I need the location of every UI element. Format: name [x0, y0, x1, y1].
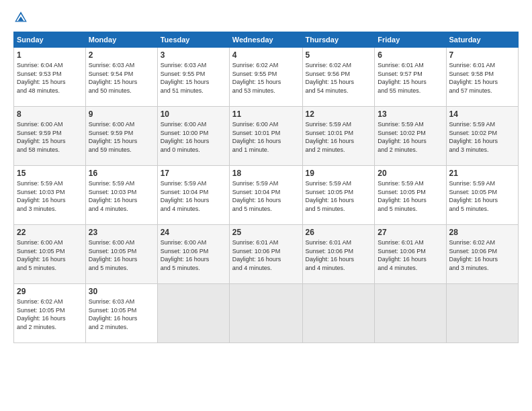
day-info: Sunrise: 5:59 AM Sunset: 10:05 PM Daylig…: [449, 179, 515, 213]
day-info: Sunrise: 5:59 AM Sunset: 10:03 PM Daylig…: [17, 179, 83, 213]
day-number: 26: [306, 228, 372, 237]
day-number: 7: [449, 50, 515, 60]
day-number: 2: [89, 50, 154, 60]
day-info: Sunrise: 5:59 AM Sunset: 10:01 PM Daylig…: [306, 120, 372, 154]
day-info: Sunrise: 6:02 AM Sunset: 10:05 PM Daylig…: [17, 298, 83, 331]
calendar-cell: 6Sunrise: 6:01 AM Sunset: 9:57 PM Daylig…: [375, 48, 446, 107]
weekday-header: Saturday: [446, 32, 518, 48]
calendar-cell: 5Sunrise: 6:02 AM Sunset: 9:56 PM Daylig…: [302, 48, 375, 107]
day-number: 10: [161, 109, 226, 119]
calendar-cell: 1Sunrise: 6:04 AM Sunset: 9:53 PM Daylig…: [14, 48, 86, 107]
calendar-cell: 3Sunrise: 6:03 AM Sunset: 9:55 PM Daylig…: [157, 48, 229, 107]
day-info: Sunrise: 6:01 AM Sunset: 9:57 PM Dayligh…: [378, 61, 443, 95]
day-number: 1: [17, 50, 83, 60]
day-info: Sunrise: 6:00 AM Sunset: 9:59 PM Dayligh…: [17, 120, 83, 154]
calendar-cell: 21Sunrise: 5:59 AM Sunset: 10:05 PM Dayl…: [446, 166, 518, 225]
day-number: 12: [306, 109, 372, 119]
day-number: 22: [17, 228, 83, 237]
calendar-cell: 18Sunrise: 5:59 AM Sunset: 10:04 PM Dayl…: [229, 166, 302, 225]
day-info: Sunrise: 6:02 AM Sunset: 10:06 PM Daylig…: [449, 238, 515, 272]
day-info: Sunrise: 6:01 AM Sunset: 9:58 PM Dayligh…: [449, 61, 515, 95]
calendar-cell: 11Sunrise: 6:00 AM Sunset: 10:01 PM Dayl…: [229, 107, 302, 166]
day-info: Sunrise: 5:59 AM Sunset: 10:05 PM Daylig…: [378, 179, 443, 213]
weekday-header: Thursday: [302, 32, 375, 48]
weekday-header: Friday: [375, 32, 446, 48]
calendar-cell: 16Sunrise: 5:59 AM Sunset: 10:03 PM Dayl…: [85, 166, 157, 225]
day-number: 28: [449, 228, 515, 237]
calendar-cell: 7Sunrise: 6:01 AM Sunset: 9:58 PM Daylig…: [446, 48, 518, 107]
logo: [13, 10, 30, 25]
calendar-cell: [302, 284, 375, 343]
calendar-cell: 26Sunrise: 6:01 AM Sunset: 10:06 PM Dayl…: [302, 225, 375, 284]
day-number: 15: [17, 169, 83, 178]
day-info: Sunrise: 5:59 AM Sunset: 10:02 PM Daylig…: [378, 120, 443, 154]
day-number: 19: [306, 169, 372, 178]
day-number: 17: [161, 169, 226, 178]
day-info: Sunrise: 5:59 AM Sunset: 10:04 PM Daylig…: [232, 179, 300, 213]
calendar-cell: 12Sunrise: 5:59 AM Sunset: 10:01 PM Dayl…: [302, 107, 375, 166]
page: SundayMondayTuesdayWednesdayThursdayFrid…: [0, 0, 532, 411]
day-number: 5: [306, 50, 372, 60]
calendar-week-row: 8Sunrise: 6:00 AM Sunset: 9:59 PM Daylig…: [14, 107, 519, 166]
calendar-cell: 20Sunrise: 5:59 AM Sunset: 10:05 PM Dayl…: [375, 166, 446, 225]
weekday-header: Wednesday: [229, 32, 302, 48]
day-number: 11: [232, 109, 300, 119]
calendar-cell: [446, 284, 518, 343]
calendar-cell: 27Sunrise: 6:01 AM Sunset: 10:06 PM Dayl…: [375, 225, 446, 284]
day-number: 13: [378, 109, 443, 119]
day-info: Sunrise: 6:02 AM Sunset: 9:56 PM Dayligh…: [306, 61, 372, 95]
day-info: Sunrise: 6:03 AM Sunset: 10:05 PM Daylig…: [89, 298, 154, 331]
calendar-cell: [229, 284, 302, 343]
day-info: Sunrise: 6:03 AM Sunset: 9:55 PM Dayligh…: [161, 61, 226, 95]
day-info: Sunrise: 5:59 AM Sunset: 10:05 PM Daylig…: [306, 179, 372, 213]
calendar-week-row: 15Sunrise: 5:59 AM Sunset: 10:03 PM Dayl…: [14, 166, 519, 225]
calendar-cell: 28Sunrise: 6:02 AM Sunset: 10:06 PM Dayl…: [446, 225, 518, 284]
day-info: Sunrise: 6:00 AM Sunset: 9:59 PM Dayligh…: [89, 120, 154, 154]
day-number: 18: [232, 169, 300, 178]
calendar-cell: 13Sunrise: 5:59 AM Sunset: 10:02 PM Dayl…: [375, 107, 446, 166]
day-info: Sunrise: 5:59 AM Sunset: 10:02 PM Daylig…: [449, 120, 515, 154]
day-number: 25: [232, 228, 300, 237]
day-info: Sunrise: 6:01 AM Sunset: 10:06 PM Daylig…: [378, 238, 443, 272]
calendar-week-row: 22Sunrise: 6:00 AM Sunset: 10:05 PM Dayl…: [14, 225, 519, 284]
calendar: SundayMondayTuesdayWednesdayThursdayFrid…: [13, 32, 519, 343]
day-number: 20: [378, 169, 443, 178]
day-number: 29: [17, 287, 83, 296]
day-info: Sunrise: 6:01 AM Sunset: 10:06 PM Daylig…: [232, 238, 300, 272]
calendar-cell: 22Sunrise: 6:00 AM Sunset: 10:05 PM Dayl…: [14, 225, 86, 284]
day-number: 4: [232, 50, 300, 60]
calendar-week-row: 1Sunrise: 6:04 AM Sunset: 9:53 PM Daylig…: [14, 48, 519, 107]
day-info: Sunrise: 6:01 AM Sunset: 10:06 PM Daylig…: [306, 238, 372, 272]
calendar-cell: [157, 284, 229, 343]
day-number: 27: [378, 228, 443, 237]
day-info: Sunrise: 6:00 AM Sunset: 10:00 PM Daylig…: [161, 120, 226, 154]
day-number: 24: [161, 228, 226, 237]
calendar-cell: 10Sunrise: 6:00 AM Sunset: 10:00 PM Dayl…: [157, 107, 229, 166]
day-number: 9: [89, 109, 154, 119]
day-info: Sunrise: 6:00 AM Sunset: 10:01 PM Daylig…: [232, 120, 300, 154]
calendar-week-row: 29Sunrise: 6:02 AM Sunset: 10:05 PM Dayl…: [14, 284, 519, 343]
weekday-header: Tuesday: [157, 32, 229, 48]
calendar-cell: 25Sunrise: 6:01 AM Sunset: 10:06 PM Dayl…: [229, 225, 302, 284]
calendar-cell: 9Sunrise: 6:00 AM Sunset: 9:59 PM Daylig…: [85, 107, 157, 166]
calendar-cell: 23Sunrise: 6:00 AM Sunset: 10:05 PM Dayl…: [85, 225, 157, 284]
day-number: 30: [89, 287, 154, 296]
calendar-cell: 24Sunrise: 6:00 AM Sunset: 10:06 PM Dayl…: [157, 225, 229, 284]
day-info: Sunrise: 6:00 AM Sunset: 10:05 PM Daylig…: [89, 238, 154, 272]
day-number: 21: [449, 169, 515, 178]
day-info: Sunrise: 6:02 AM Sunset: 9:55 PM Dayligh…: [232, 61, 300, 95]
day-info: Sunrise: 6:04 AM Sunset: 9:53 PM Dayligh…: [17, 61, 83, 95]
day-number: 14: [449, 109, 515, 119]
day-number: 6: [378, 50, 443, 60]
calendar-cell: 29Sunrise: 6:02 AM Sunset: 10:05 PM Dayl…: [14, 284, 86, 343]
day-number: 3: [161, 50, 226, 60]
header: [13, 10, 519, 25]
calendar-cell: 4Sunrise: 6:02 AM Sunset: 9:55 PM Daylig…: [229, 48, 302, 107]
day-number: 8: [17, 109, 83, 119]
logo-icon: [13, 10, 28, 25]
calendar-cell: 8Sunrise: 6:00 AM Sunset: 9:59 PM Daylig…: [14, 107, 86, 166]
calendar-cell: [375, 284, 446, 343]
weekday-header-row: SundayMondayTuesdayWednesdayThursdayFrid…: [14, 32, 519, 48]
calendar-cell: 14Sunrise: 5:59 AM Sunset: 10:02 PM Dayl…: [446, 107, 518, 166]
day-number: 16: [89, 169, 154, 178]
